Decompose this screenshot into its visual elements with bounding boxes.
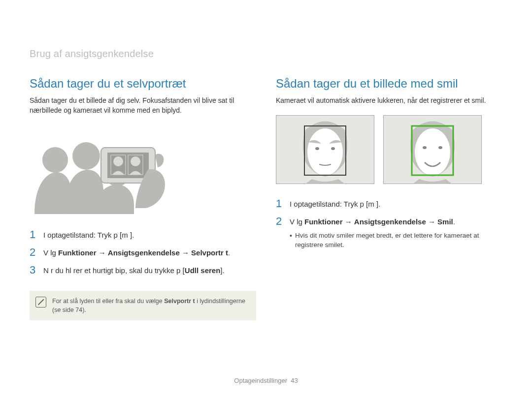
right-intro: Kameraet vil automatisk aktivere lukkere…: [276, 95, 502, 105]
note-box: For at slå lyden til eller fra skal du v…: [30, 291, 256, 320]
svg-point-19: [438, 146, 442, 149]
selfie-illustration-svg: [30, 125, 177, 214]
selfie-illustration: [30, 125, 256, 216]
step-number: 2: [276, 216, 290, 227]
svg-point-17: [415, 128, 450, 176]
step-text: I optagetilstand: Tryk p [m ].: [43, 229, 134, 241]
left-intro: Sådan tager du et billede af dig selv. F…: [30, 95, 256, 116]
breadcrumb: Brug af ansigtsgenkendelse: [30, 48, 154, 60]
left-column: Sådan tager du et selvportræt Sådan tage…: [30, 49, 256, 320]
svg-point-12: [315, 147, 319, 150]
page-footer: Optageindstillinger 43: [0, 377, 532, 384]
step-number: 3: [30, 264, 43, 276]
smile-photo-neutral: [276, 115, 374, 184]
svg-point-1: [72, 142, 100, 170]
svg-point-18: [423, 146, 427, 149]
left-steps: 1 I optagetilstand: Tryk p [m ]. 2 V lg …: [30, 229, 256, 282]
right-steps: 1 I optagetilstand: Tryk p [m ]. 2 V lg …: [276, 198, 502, 233]
left-section-title: Sådan tager du et selvportræt: [30, 77, 256, 91]
svg-point-13: [331, 147, 335, 150]
step-number: 2: [30, 247, 43, 258]
step-number: 1: [30, 229, 43, 241]
note-text: For at slå lyden til eller fra skal du v…: [52, 297, 249, 314]
footer-section: Optageindstillinger: [234, 377, 287, 384]
svg-point-6: [113, 156, 123, 166]
svg-point-8: [131, 156, 140, 166]
step-text: V lg Funktioner → Ansigtsgenkendelse → S…: [43, 247, 230, 258]
step-text: V lg Funktioner → Ansigtsgenkendelse → S…: [290, 216, 455, 227]
svg-point-0: [42, 147, 68, 173]
note-icon: [35, 297, 46, 308]
step-text: I optagetilstand: Tryk p [m ].: [290, 198, 380, 210]
step-text: N r du hl rer et hurtigt bip, skal du tr…: [43, 264, 225, 276]
smile-photos: [276, 115, 502, 184]
step-number: 1: [276, 198, 290, 210]
smile-photo-smiling: [383, 115, 482, 184]
right-sub-bullet: Hvis dit motiv smiler meget bredt, er de…: [290, 231, 502, 250]
svg-point-11: [307, 128, 343, 176]
right-column: Sådan tager du et billede med smil Kamer…: [276, 49, 502, 320]
right-section-title: Sådan tager du et billede med smil: [276, 77, 502, 91]
footer-page-number: 43: [291, 377, 298, 384]
